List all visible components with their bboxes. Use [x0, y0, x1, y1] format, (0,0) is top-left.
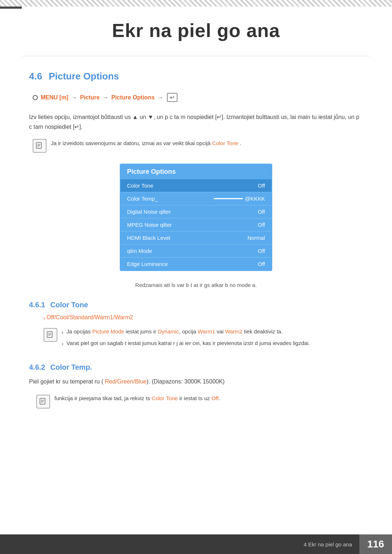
color-tone-note-2-text: Varat piel got un saglab t iestat jumus …: [66, 339, 310, 348]
menu-caption: Redzamais att ls var b t at ir gs atkar …: [29, 282, 363, 288]
menu-row-digital-noise: Digital Noise qilter Off: [121, 205, 271, 218]
color-tone-note-highlight: Color Tone: [152, 395, 178, 401]
warm1-highlight: Warm1: [198, 328, 215, 335]
note-highlight-color-tone: Color Tone: [212, 140, 238, 146]
menu-picture-options: Picture Options: [111, 94, 155, 101]
menu-label-qlim-mode: qlim Mode: [127, 248, 152, 254]
body-text-1: Izv lieties opciju, izmantojot bůttausti…: [29, 112, 363, 132]
menu-path: MENU [m] → Picture → Picture Options → ↵: [29, 93, 363, 102]
menu-row-color-temp: Color Temp_ @KKKK: [121, 192, 271, 205]
menu-picture: Picture: [80, 94, 99, 101]
menu-value-color-tone: Off: [258, 182, 265, 189]
main-content: 4.6 Picture Options MENU [m] → Picture →…: [0, 56, 392, 445]
bullet-2: ₂: [62, 340, 64, 347]
menu-label-color-tone: Color Tone: [127, 182, 153, 189]
subsection-4-6-2-number: 4.6.2: [29, 363, 45, 372]
note-icon-1: [33, 139, 46, 153]
color-tone-note-1-text: Ja opcijas Picture Mode iestat jums ir D…: [66, 327, 283, 336]
off-highlight: Off: [211, 395, 219, 401]
menu-label-hdmi-black: HDMI Black Level: [127, 235, 170, 241]
bullet-1: ₂: [62, 329, 64, 336]
color-tone-note-2: ₂ Varat piel got un saglab t iestat jumu…: [62, 339, 310, 348]
menu-value-qlim-mode: Off: [258, 248, 265, 254]
note-block-4-6-1: ₂ Ja opcijas Picture Mode iestat jums ir…: [29, 327, 363, 350]
enter-icon: ↵: [170, 94, 175, 101]
menu-arrow-2: →: [103, 94, 109, 101]
temp-line-icon: [214, 198, 243, 199]
note-text-1: Ja ir izveidots savienojums ar datoru, i…: [51, 139, 241, 148]
note-block-1: Ja ir izveidots savienojums ar datoru, i…: [29, 139, 363, 153]
color-tone-options: Off/Cool/Standard/Warm1/Warm2: [29, 314, 363, 321]
menu-value-hdmi-black: Normal: [248, 235, 265, 241]
note-icon-4-6-2: [36, 395, 50, 409]
menu-row-edge-luminance: Edge Luminance Off: [121, 258, 271, 270]
color-temp-bar: @KKKK: [214, 196, 265, 202]
menu-label-mpeg-noise: MPEG Noise qilter: [127, 222, 172, 228]
page-title-section: Ekr na piel go ana: [22, 9, 370, 56]
dynamic-highlight: Dynamic: [158, 328, 179, 335]
color-tone-option: Off/Cool/Standard/Warm1/Warm2: [44, 314, 133, 321]
subsection-4-6-2-title: Color Temp.: [50, 363, 92, 372]
color-temp-note: funkcija ir pieejama tikai tad, ja rekvi…: [54, 394, 220, 403]
menu-value-mpeg-noise: Off: [258, 222, 265, 228]
subsection-4-6-1-number: 4.6.1: [29, 301, 45, 309]
page-footer: 4 Ekr na piel go ana 116: [0, 534, 392, 554]
red-highlight: Red/Green/Blue: [105, 378, 147, 385]
note-icon-4-6-1: [44, 328, 57, 342]
menu-box-container: Picture Options Color Tone Off Color Tem…: [29, 164, 363, 271]
note-block-4-6-2: funkcija ir pieejama tikai tad, ja rekvi…: [29, 394, 363, 409]
menu-row-hdmi-black: HDMI Black Level Normal: [121, 231, 271, 245]
menu-box: Picture Options Color Tone Off Color Tem…: [120, 164, 272, 271]
subsection-4-6-2-heading: 4.6.2 Color Temp.: [29, 363, 363, 372]
menu-value-edge-luminance: Off: [258, 261, 265, 267]
menu-label-edge-luminance: Edge Luminance: [127, 261, 168, 267]
menu-arrow-3: →: [158, 94, 163, 101]
subsection-4-6-1-heading: 4.6.1 Color Tone: [29, 301, 363, 309]
page-number: 116: [359, 534, 392, 554]
top-decorative-bar: [0, 0, 392, 7]
menu-row-qlim-mode: qlim Mode Off: [121, 245, 271, 258]
color-tone-note-1: ₂ Ja opcijas Picture Mode iestat jums ir…: [62, 327, 310, 336]
footer-text: 4 Ekr na piel go ana: [304, 541, 359, 547]
menu-value-digital-noise: Off: [258, 209, 265, 215]
color-tone-notes: ₂ Ja opcijas Picture Mode iestat jums ir…: [62, 327, 310, 350]
top-accent-bar: [0, 7, 22, 9]
menu-enter-bracket: ↵: [167, 93, 177, 102]
subsection-4-6-2: 4.6.2 Color Temp. Piel gojiet kr su temp…: [29, 363, 363, 408]
page-title: Ekr na piel go ana: [22, 20, 370, 41]
section-number: 4.6: [29, 71, 42, 82]
subsection-4-6-1: 4.6.1 Color Tone Off/Cool/Standard/Warm1…: [29, 301, 363, 350]
menu-arrow-1: →: [71, 94, 77, 101]
menu-box-header: Picture Options: [121, 164, 271, 179]
menu-keyword: MENU [m]: [41, 94, 68, 101]
warm2-highlight: Warm2: [225, 328, 242, 335]
section-title: Picture Options: [49, 71, 119, 82]
menu-row-color-tone: Color Tone Off: [121, 179, 271, 192]
menu-label-digital-noise: Digital Noise qilter: [127, 209, 171, 215]
menu-label-color-temp: Color Temp_: [127, 196, 158, 202]
menu-value-color-temp: @KKKK: [245, 196, 265, 202]
menu-row-mpeg-noise: MPEG Noise qilter Off: [121, 218, 271, 231]
menu-circle-icon: [33, 95, 38, 100]
color-temp-body: Piel gojiet kr su temperat ru ( Red/Gree…: [29, 377, 363, 386]
subsection-4-6-1-title: Color Tone: [50, 301, 88, 309]
picture-mode-highlight: Picture Mode: [92, 328, 124, 335]
section-heading: 4.6 Picture Options: [29, 71, 363, 82]
